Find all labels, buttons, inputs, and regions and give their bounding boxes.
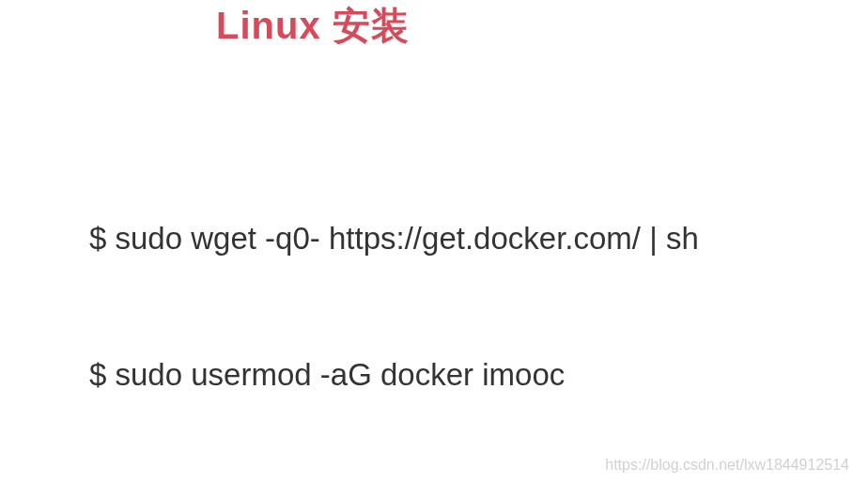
page-title: Linux 安装 [216, 0, 410, 52]
command-line-1: $ sudo wget -q0- https://get.docker.com/… [89, 221, 699, 257]
watermark-text: https://blog.csdn.net/lxw1844912514 [605, 457, 849, 474]
command-line-2: $ sudo usermod -aG docker imooc [89, 357, 565, 393]
